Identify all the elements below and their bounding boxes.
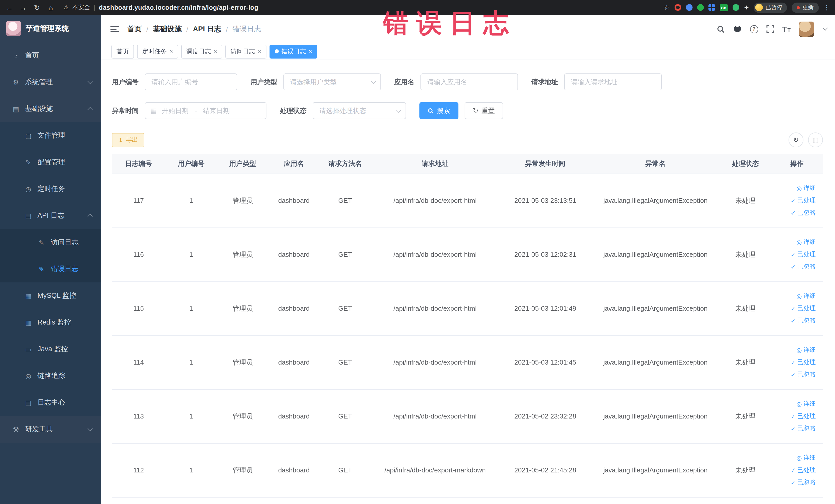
- ignored-link[interactable]: ✓已忽略: [791, 424, 816, 433]
- extension-grid-icon[interactable]: [708, 4, 715, 11]
- sidebar-filler: [0, 443, 101, 504]
- sidebar-item-scheduled-tasks[interactable]: ◷ 定时任务: [0, 176, 101, 202]
- detail-link[interactable]: ◎详细: [796, 292, 816, 300]
- processed-link[interactable]: ✓已处理: [791, 358, 816, 367]
- export-button[interactable]: ↧ 导出: [112, 133, 144, 147]
- sidebar-item-infrastructure[interactable]: ▤ 基础设施: [0, 96, 101, 122]
- browser-menu-icon[interactable]: ⋮: [823, 4, 830, 11]
- sidebar-item-home[interactable]: ◔ 首页: [0, 42, 101, 69]
- processed-link[interactable]: ✓已处理: [791, 250, 816, 259]
- close-icon[interactable]: ×: [213, 48, 217, 55]
- reset-button[interactable]: ↻ 重置: [465, 102, 503, 119]
- breadcrumb-api-logs[interactable]: API 日志: [193, 24, 221, 34]
- processed-link[interactable]: ✓已处理: [791, 466, 816, 475]
- detail-link[interactable]: ◎详细: [796, 400, 816, 408]
- cell-app-name: dashboard: [268, 335, 319, 389]
- detail-link[interactable]: ◎详细: [796, 238, 816, 246]
- user-type-select[interactable]: 请选择用户类型: [283, 74, 381, 90]
- processed-link[interactable]: ✓已处理: [791, 412, 816, 421]
- extension-on-badge[interactable]: on: [719, 4, 728, 11]
- sidebar-item-mysql-monitor[interactable]: ▦ MySQL 监控: [0, 282, 101, 309]
- extension-blue-icon[interactable]: [686, 4, 692, 11]
- sidebar-item-tracing[interactable]: ◎ 链路追踪: [0, 363, 101, 389]
- cell-request-url: /api/infra/db-doc/export-html: [371, 281, 499, 335]
- app-name-input[interactable]: [421, 74, 518, 90]
- home-icon[interactable]: ⌂: [47, 4, 55, 11]
- extension-pin-icon[interactable]: ✦: [744, 4, 749, 11]
- sidebar-item-system-management[interactable]: ⚙ 系统管理: [0, 69, 101, 96]
- refresh-button[interactable]: ↻: [789, 133, 803, 147]
- detail-link[interactable]: ◎详细: [796, 346, 816, 354]
- ignored-link[interactable]: ✓已忽略: [791, 370, 816, 379]
- breadcrumb-infrastructure[interactable]: 基础设施: [153, 24, 182, 34]
- request-url-input[interactable]: [564, 74, 662, 90]
- extension-ring-icon[interactable]: [674, 4, 681, 11]
- sidebar-toggle-icon[interactable]: [110, 26, 119, 32]
- ignored-label: 已忽略: [797, 370, 816, 379]
- search-button[interactable]: 搜索: [420, 102, 459, 119]
- tab-label: 错误日志: [281, 47, 306, 56]
- user-id-input[interactable]: [145, 74, 237, 90]
- sidebar-item-error-log[interactable]: ✎ 错误日志: [0, 256, 101, 282]
- help-icon[interactable]: ?: [750, 25, 758, 33]
- extension-sprout-icon[interactable]: [733, 4, 739, 11]
- tab-access-log[interactable]: 访问日志 ×: [225, 44, 266, 58]
- chevron-down-icon[interactable]: [823, 25, 828, 31]
- cell-exception-name: java.lang.IllegalArgumentException: [591, 389, 720, 443]
- cell-exception-time: 2021-05-02 21:45:28: [500, 443, 591, 497]
- close-icon[interactable]: ×: [258, 48, 261, 55]
- address-divider: |: [94, 4, 95, 11]
- address-bar[interactable]: ⚠ 不安全 | dashboard.yudao.iocoder.cn/infra…: [64, 4, 258, 11]
- sidebar-item-java-monitor[interactable]: ▭ Java 监控: [0, 336, 101, 363]
- sync-paused-badge[interactable]: 已暂停: [754, 2, 787, 13]
- user-avatar[interactable]: [799, 21, 814, 37]
- range-separator: -: [195, 107, 197, 115]
- processed-link[interactable]: ✓已处理: [791, 304, 816, 313]
- tab-scheduled-tasks[interactable]: 定时任务 ×: [137, 44, 178, 58]
- close-icon[interactable]: ×: [169, 48, 173, 55]
- tab-schedule-log[interactable]: 调度日志 ×: [181, 44, 222, 58]
- sidebar-item-dev-tools[interactable]: ⚒ 研发工具: [0, 416, 101, 443]
- close-icon[interactable]: ×: [308, 48, 312, 55]
- tab-home[interactable]: 首页: [111, 44, 134, 58]
- paused-label: 已暂停: [766, 4, 782, 11]
- cell-status: 未处理: [720, 335, 771, 389]
- update-button[interactable]: 更新: [792, 2, 819, 13]
- tab-error-log[interactable]: 错误日志 ×: [269, 44, 317, 58]
- detail-link[interactable]: ◎详细: [796, 184, 816, 193]
- ignored-link[interactable]: ✓已忽略: [791, 262, 816, 271]
- sidebar-item-file-management[interactable]: ▢ 文件管理: [0, 122, 101, 149]
- search-icon[interactable]: [716, 25, 725, 33]
- cell-exception-name: java.lang.IllegalArgumentException: [591, 335, 720, 389]
- ignored-link[interactable]: ✓已忽略: [791, 208, 816, 217]
- sidebar-item-redis-monitor[interactable]: ▥ Redis 监控: [0, 309, 101, 336]
- column-settings-button[interactable]: ▥: [808, 133, 823, 147]
- font-size-icon[interactable]: TT: [782, 25, 791, 33]
- tab-label: 调度日志: [186, 47, 211, 56]
- sidebar-item-log-center[interactable]: ▤ 日志中心: [0, 389, 101, 416]
- ignored-link[interactable]: ✓已忽略: [791, 478, 816, 487]
- app-logo[interactable]: 芋道管理系统: [0, 15, 101, 42]
- sidebar-item-config-management[interactable]: ✎ 配置管理: [0, 149, 101, 176]
- fullscreen-icon[interactable]: [766, 25, 774, 33]
- extension-green-icon[interactable]: [697, 4, 704, 11]
- back-icon[interactable]: ←: [5, 4, 13, 11]
- detail-link[interactable]: ◎详细: [796, 453, 816, 462]
- reload-icon[interactable]: ↻: [33, 4, 41, 11]
- process-status-select[interactable]: 请选择处理状态: [313, 102, 406, 119]
- bookmark-star-icon[interactable]: ☆: [664, 4, 670, 11]
- check-icon: ✓: [791, 305, 796, 311]
- chevron-down-icon: [87, 79, 93, 84]
- forward-icon[interactable]: →: [19, 4, 27, 11]
- breadcrumb-home[interactable]: 首页: [127, 24, 142, 34]
- document-icon: ▤: [24, 212, 33, 220]
- ignored-link[interactable]: ✓已忽略: [791, 316, 816, 325]
- detail-label: 详细: [803, 184, 816, 193]
- sidebar-item-access-log[interactable]: ✎ 访问日志: [0, 229, 101, 256]
- columns-icon: ▥: [812, 136, 819, 144]
- sidebar-item-api-logs[interactable]: ▤ API 日志: [0, 202, 101, 229]
- processed-link[interactable]: ✓已处理: [791, 196, 816, 205]
- menu-label: 错误日志: [51, 264, 79, 274]
- exception-time-range-picker[interactable]: ▦ 开始日期 - 结束日期: [145, 102, 266, 119]
- github-icon[interactable]: [733, 25, 741, 33]
